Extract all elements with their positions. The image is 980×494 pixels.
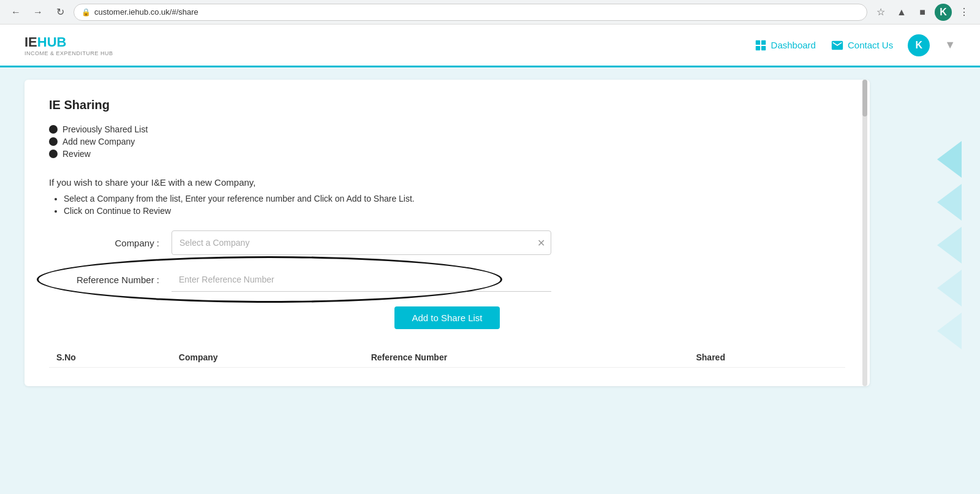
forward-nav-button[interactable]: → [29,4,47,21]
logo-ie: IE [24,34,37,50]
logo-subtitle: INCOME & EXPENDITURE HUB [24,50,113,56]
bullet-1: Select a Company from the list, Enter yo… [64,194,845,203]
share-table: S.No Company Reference Number Shared [49,348,845,368]
card-title: IE Sharing [49,98,845,112]
browser-chrome: ← → ↻ 🔒 customer.iehub.co.uk/#/share ☆ ▲… [0,0,980,25]
address-bar: 🔒 customer.iehub.co.uk/#/share [74,4,867,21]
svg-marker-5 [937,184,962,221]
col-reference: Reference Number [364,348,689,368]
reference-label: Reference Number : [49,275,172,285]
svg-rect-0 [755,40,760,44]
dashboard-label: Dashboard [771,40,816,50]
step-dot-3 [49,150,58,158]
step-2-label: Add new Company [62,137,135,146]
step-dot-1 [49,125,58,134]
dashboard-icon [754,39,767,52]
col-shared: Shared [688,348,845,368]
url-text: customer.iehub.co.uk/#/share [94,7,198,17]
bullet-2: Click on Continue to Review [64,206,845,216]
svg-rect-1 [761,40,765,44]
lock-icon: 🔒 [81,8,91,17]
step-3-label: Review [62,149,91,159]
user-avatar[interactable]: K [908,34,930,56]
add-to-share-list-button[interactable]: Add to Share List [394,306,499,329]
logo-hub: HUB [37,34,67,50]
step-2: Add new Company [49,137,845,146]
company-field-row: Company : Select a Company ✕ [49,230,845,255]
col-company: Company [172,348,364,368]
page-content: IE Sharing Previously Shared List Add ne… [0,67,980,494]
instructions-bullets: Select a Company from the list, Enter yo… [49,194,845,216]
svg-rect-2 [755,45,760,50]
step-dot-2 [49,137,58,146]
svg-marker-7 [937,270,962,306]
step-1: Previously Shared List [49,124,845,134]
extensions-button[interactable]: ■ [914,4,931,21]
app-header: IEHUB INCOME & EXPENDITURE HUB Dashboard… [0,25,980,67]
company-label: Company : [49,238,172,248]
menu-button[interactable]: ⋮ [956,4,973,21]
company-select[interactable]: Select a Company [172,230,551,255]
step-3: Review [49,149,845,159]
star-button[interactable]: ☆ [872,4,889,21]
company-clear-button[interactable]: ✕ [537,237,545,249]
step-1-label: Previously Shared List [62,124,148,134]
instructions: If you wish to share your I&E with a new… [49,177,845,216]
table-head: S.No Company Reference Number Shared [49,348,845,368]
contact-icon [831,39,844,52]
decorative-triangles [913,129,962,376]
contact-label: Contact Us [848,40,893,50]
logo: IEHUB INCOME & EXPENDITURE HUB [24,34,113,56]
svg-marker-8 [937,313,962,349]
dashboard-nav-item[interactable]: Dashboard [754,39,816,52]
reload-button[interactable]: ↻ [51,4,69,21]
card-scrollbar[interactable] [862,80,867,386]
table-header-row: S.No Company Reference Number Shared [49,348,845,368]
dropdown-arrow-icon[interactable]: ▼ [944,39,956,51]
back-nav-button[interactable]: ← [7,4,24,21]
scrollbar-thumb [862,80,867,116]
instructions-intro: If you wish to share your I&E with a new… [49,177,845,188]
header-nav: Dashboard Contact Us K ▼ [754,34,956,56]
svg-marker-4 [937,141,962,178]
col-sno: S.No [49,348,172,368]
svg-rect-3 [761,45,765,50]
reference-input[interactable] [172,267,551,292]
company-input-wrap: Select a Company ✕ [172,230,551,255]
user-browser-button[interactable]: K [935,4,952,21]
browser-actions: ☆ ▲ ■ K ⋮ [872,4,973,21]
main-card: IE Sharing Previously Shared List Add ne… [24,80,870,386]
contact-nav-item[interactable]: Contact Us [831,39,893,52]
profile-button[interactable]: ▲ [893,4,910,21]
reference-number-row: Reference Number : [49,267,845,292]
svg-marker-6 [937,227,962,264]
steps-list: Previously Shared List Add new Company R… [49,124,845,159]
